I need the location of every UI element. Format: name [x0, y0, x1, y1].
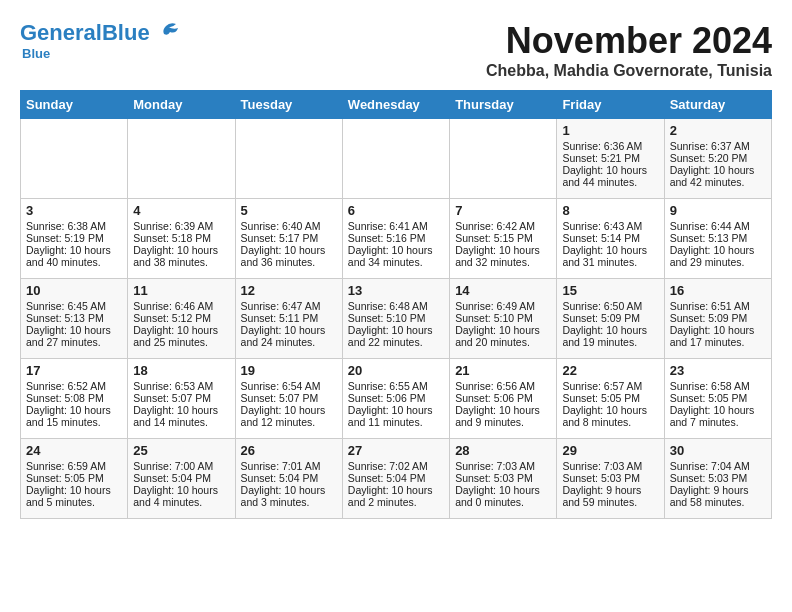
daylight-text: Daylight: 10 hours and 8 minutes.	[562, 404, 647, 428]
daylight-text: Daylight: 10 hours and 9 minutes.	[455, 404, 540, 428]
daylight-text: Daylight: 10 hours and 15 minutes.	[26, 404, 111, 428]
calendar-week-row: 10Sunrise: 6:45 AMSunset: 5:13 PMDayligh…	[21, 279, 772, 359]
calendar-cell: 4Sunrise: 6:39 AMSunset: 5:18 PMDaylight…	[128, 199, 235, 279]
sunrise-text: Sunrise: 6:49 AM	[455, 300, 535, 312]
calendar-cell: 8Sunrise: 6:43 AMSunset: 5:14 PMDaylight…	[557, 199, 664, 279]
sunset-text: Sunset: 5:05 PM	[562, 392, 640, 404]
logo: GeneralBlue Blue	[20, 20, 180, 61]
logo-blue-label: Blue	[22, 46, 50, 61]
sunset-text: Sunset: 5:14 PM	[562, 232, 640, 244]
sunset-text: Sunset: 5:05 PM	[26, 472, 104, 484]
sunset-text: Sunset: 5:17 PM	[241, 232, 319, 244]
calendar-cell: 20Sunrise: 6:55 AMSunset: 5:06 PMDayligh…	[342, 359, 449, 439]
calendar-cell: 10Sunrise: 6:45 AMSunset: 5:13 PMDayligh…	[21, 279, 128, 359]
header-sunday: Sunday	[21, 91, 128, 119]
daylight-text: Daylight: 10 hours and 0 minutes.	[455, 484, 540, 508]
sunset-text: Sunset: 5:06 PM	[455, 392, 533, 404]
day-number: 26	[241, 443, 337, 458]
day-number: 13	[348, 283, 444, 298]
calendar-table: SundayMondayTuesdayWednesdayThursdayFrid…	[20, 90, 772, 519]
daylight-text: Daylight: 10 hours and 27 minutes.	[26, 324, 111, 348]
daylight-text: Daylight: 10 hours and 22 minutes.	[348, 324, 433, 348]
calendar-cell: 3Sunrise: 6:38 AMSunset: 5:19 PMDaylight…	[21, 199, 128, 279]
daylight-text: Daylight: 10 hours and 42 minutes.	[670, 164, 755, 188]
calendar-cell: 1Sunrise: 6:36 AMSunset: 5:21 PMDaylight…	[557, 119, 664, 199]
day-number: 25	[133, 443, 229, 458]
calendar-cell: 26Sunrise: 7:01 AMSunset: 5:04 PMDayligh…	[235, 439, 342, 519]
day-number: 8	[562, 203, 658, 218]
sunset-text: Sunset: 5:09 PM	[562, 312, 640, 324]
daylight-text: Daylight: 10 hours and 3 minutes.	[241, 484, 326, 508]
sunset-text: Sunset: 5:07 PM	[241, 392, 319, 404]
location-title: Chebba, Mahdia Governorate, Tunisia	[486, 62, 772, 80]
calendar-cell: 16Sunrise: 6:51 AMSunset: 5:09 PMDayligh…	[664, 279, 771, 359]
day-number: 20	[348, 363, 444, 378]
sunrise-text: Sunrise: 6:47 AM	[241, 300, 321, 312]
sunset-text: Sunset: 5:04 PM	[348, 472, 426, 484]
sunrise-text: Sunrise: 6:52 AM	[26, 380, 106, 392]
day-number: 19	[241, 363, 337, 378]
daylight-text: Daylight: 9 hours and 58 minutes.	[670, 484, 749, 508]
header-thursday: Thursday	[450, 91, 557, 119]
sunset-text: Sunset: 5:08 PM	[26, 392, 104, 404]
calendar-cell: 6Sunrise: 6:41 AMSunset: 5:16 PMDaylight…	[342, 199, 449, 279]
calendar-cell: 14Sunrise: 6:49 AMSunset: 5:10 PMDayligh…	[450, 279, 557, 359]
sunset-text: Sunset: 5:04 PM	[133, 472, 211, 484]
day-number: 1	[562, 123, 658, 138]
calendar-week-row: 17Sunrise: 6:52 AMSunset: 5:08 PMDayligh…	[21, 359, 772, 439]
calendar-cell	[235, 119, 342, 199]
daylight-text: Daylight: 10 hours and 4 minutes.	[133, 484, 218, 508]
logo-bird-icon	[152, 22, 180, 44]
calendar-cell: 5Sunrise: 6:40 AMSunset: 5:17 PMDaylight…	[235, 199, 342, 279]
sunset-text: Sunset: 5:16 PM	[348, 232, 426, 244]
day-number: 28	[455, 443, 551, 458]
daylight-text: Daylight: 10 hours and 40 minutes.	[26, 244, 111, 268]
day-number: 11	[133, 283, 229, 298]
calendar-cell: 29Sunrise: 7:03 AMSunset: 5:03 PMDayligh…	[557, 439, 664, 519]
calendar-cell: 9Sunrise: 6:44 AMSunset: 5:13 PMDaylight…	[664, 199, 771, 279]
sunset-text: Sunset: 5:06 PM	[348, 392, 426, 404]
sunrise-text: Sunrise: 6:42 AM	[455, 220, 535, 232]
calendar-cell: 25Sunrise: 7:00 AMSunset: 5:04 PMDayligh…	[128, 439, 235, 519]
day-number: 17	[26, 363, 122, 378]
sunrise-text: Sunrise: 6:54 AM	[241, 380, 321, 392]
sunrise-text: Sunrise: 7:04 AM	[670, 460, 750, 472]
sunset-text: Sunset: 5:15 PM	[455, 232, 533, 244]
page-header: GeneralBlue Blue November 2024 Chebba, M…	[20, 20, 772, 80]
day-number: 22	[562, 363, 658, 378]
sunrise-text: Sunrise: 7:02 AM	[348, 460, 428, 472]
sunrise-text: Sunrise: 6:46 AM	[133, 300, 213, 312]
logo-text: GeneralBlue	[20, 20, 150, 46]
sunset-text: Sunset: 5:05 PM	[670, 392, 748, 404]
daylight-text: Daylight: 10 hours and 5 minutes.	[26, 484, 111, 508]
calendar-cell: 28Sunrise: 7:03 AMSunset: 5:03 PMDayligh…	[450, 439, 557, 519]
sunset-text: Sunset: 5:03 PM	[562, 472, 640, 484]
header-monday: Monday	[128, 91, 235, 119]
calendar-cell	[21, 119, 128, 199]
sunrise-text: Sunrise: 6:38 AM	[26, 220, 106, 232]
sunset-text: Sunset: 5:04 PM	[241, 472, 319, 484]
sunrise-text: Sunrise: 6:37 AM	[670, 140, 750, 152]
daylight-text: Daylight: 10 hours and 34 minutes.	[348, 244, 433, 268]
calendar-cell: 2Sunrise: 6:37 AMSunset: 5:20 PMDaylight…	[664, 119, 771, 199]
day-number: 3	[26, 203, 122, 218]
daylight-text: Daylight: 10 hours and 31 minutes.	[562, 244, 647, 268]
day-number: 29	[562, 443, 658, 458]
daylight-text: Daylight: 10 hours and 2 minutes.	[348, 484, 433, 508]
title-block: November 2024 Chebba, Mahdia Governorate…	[486, 20, 772, 80]
calendar-cell: 19Sunrise: 6:54 AMSunset: 5:07 PMDayligh…	[235, 359, 342, 439]
sunrise-text: Sunrise: 6:58 AM	[670, 380, 750, 392]
daylight-text: Daylight: 10 hours and 24 minutes.	[241, 324, 326, 348]
sunset-text: Sunset: 5:07 PM	[133, 392, 211, 404]
day-number: 14	[455, 283, 551, 298]
day-number: 2	[670, 123, 766, 138]
calendar-cell: 15Sunrise: 6:50 AMSunset: 5:09 PMDayligh…	[557, 279, 664, 359]
calendar-cell: 22Sunrise: 6:57 AMSunset: 5:05 PMDayligh…	[557, 359, 664, 439]
sunrise-text: Sunrise: 6:51 AM	[670, 300, 750, 312]
calendar-header-row: SundayMondayTuesdayWednesdayThursdayFrid…	[21, 91, 772, 119]
day-number: 30	[670, 443, 766, 458]
calendar-cell: 21Sunrise: 6:56 AMSunset: 5:06 PMDayligh…	[450, 359, 557, 439]
daylight-text: Daylight: 10 hours and 29 minutes.	[670, 244, 755, 268]
daylight-text: Daylight: 10 hours and 17 minutes.	[670, 324, 755, 348]
daylight-text: Daylight: 10 hours and 12 minutes.	[241, 404, 326, 428]
